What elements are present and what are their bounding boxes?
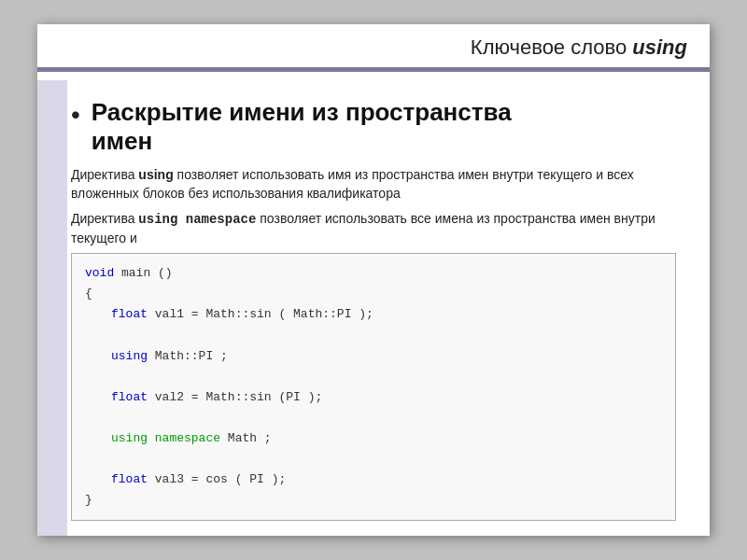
code-line-0: void main () — [85, 263, 662, 284]
code-line-8: using namespace Math ; — [111, 428, 662, 449]
bullet-heading-line2: имен — [92, 127, 512, 156]
kw-float-3: float — [111, 472, 148, 486]
desc-para-1: Директива using позволяет использовать и… — [71, 165, 676, 203]
code-line-11: } — [85, 490, 662, 511]
bullet-heading-line1: Раскрытие имени из пространства — [92, 98, 512, 127]
kw-void: void — [85, 266, 114, 280]
left-sidebar-decoration — [37, 80, 67, 537]
code-line-10: float val3 = cos ( PI ); — [111, 469, 662, 490]
keyword-using-namespace: using namespace — [138, 212, 256, 227]
code-line-6: float val2 = Math::sin (PI ); — [111, 387, 662, 408]
kw-using-namespace: using namespace — [111, 431, 220, 445]
description-block: Директива using позволяет использовать и… — [71, 165, 676, 521]
kw-float-1: float — [111, 307, 148, 321]
bullet-section: • Раскрытие имени из пространства имен — [71, 98, 676, 156]
kw-float-2: float — [111, 390, 148, 404]
bullet-heading: Раскрытие имени из пространства имен — [92, 98, 512, 156]
code-line-2: float val1 = Math::sin ( Math::PI ); — [111, 304, 662, 325]
bullet-dot: • — [71, 102, 80, 128]
code-line-3 — [85, 326, 662, 346]
title-prefix: Ключевое слово — [471, 35, 633, 59]
slide: Ключевое слово using • Раскрытие имени и… — [37, 24, 710, 537]
slide-title: Ключевое слово using — [471, 35, 687, 60]
slide-body: • Раскрытие имени из пространства имен Д… — [37, 89, 710, 537]
code-line-1: { — [85, 284, 662, 304]
desc-para-2: Директива using namespace позволяет испо… — [71, 209, 676, 248]
accent-bar — [37, 67, 710, 72]
keyword-using-1: using — [138, 167, 173, 182]
code-line-9 — [85, 449, 662, 469]
code-line-7 — [85, 408, 662, 428]
code-line-5 — [85, 367, 662, 387]
kw-using-1: using — [111, 349, 148, 363]
code-block: void main () { float val1 = Math::sin ( … — [71, 253, 676, 521]
code-line-4: using Math::PI ; — [111, 346, 662, 367]
slide-header: Ключевое слово using — [37, 24, 710, 67]
title-keyword: using — [632, 35, 687, 59]
